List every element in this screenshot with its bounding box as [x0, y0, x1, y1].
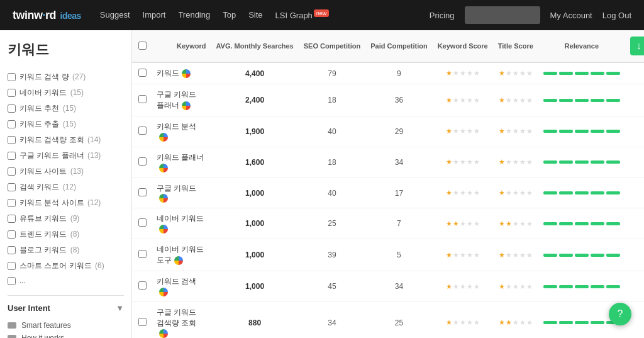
th-keyword: Keyword [152, 30, 211, 62]
sidebar-item-13[interactable]: ... [8, 274, 124, 288]
bar-seg-3 [591, 254, 604, 257]
row-checkbox-4[interactable] [138, 188, 147, 196]
title-score-cell: ★★★★★ [493, 177, 538, 208]
monthly-searches-cell: 1,000 [211, 239, 298, 271]
star-4: ★ [526, 189, 533, 197]
star-3: ★ [519, 318, 526, 327]
sidebar-label-6: 키워드 사이트 (13) [19, 166, 84, 177]
row-checkbox-7[interactable] [138, 281, 147, 290]
header-search-input[interactable] [465, 6, 540, 24]
sidebar-checkbox-4[interactable] [8, 136, 16, 144]
sidebar-item-5[interactable]: 구글 키워드 플래너 (13) [8, 148, 124, 164]
sidebar-checkbox-10[interactable] [8, 230, 16, 239]
star-2: ★ [460, 96, 466, 104]
row-checkbox-cell [132, 84, 152, 116]
sidebar-checkbox-3[interactable] [8, 120, 16, 128]
sidebar-item-11[interactable]: 블로그 키워드 (8) [8, 242, 124, 258]
bar-seg-4 [606, 222, 620, 225]
sidebar-item-10[interactable]: 트렌드 키워드 (8) [8, 227, 124, 242]
row-checkbox-cell [132, 116, 152, 147]
user-intent-label: User Intent [8, 303, 50, 313]
star-4: ★ [526, 283, 533, 291]
bar-seg-0 [543, 99, 557, 102]
keyword-score-cell: ★★★★★ [433, 177, 493, 208]
sidebar-checkbox-9[interactable] [8, 215, 16, 223]
header: twinw·rd ideas Suggest Import Trending T… [0, 0, 644, 30]
relevance-bar [543, 321, 620, 324]
star-2: ★ [460, 158, 466, 166]
row-checkbox-6[interactable] [138, 250, 147, 258]
nav-top[interactable]: Top [223, 10, 236, 20]
sidebar-item-6[interactable]: 키워드 사이트 (13) [8, 164, 124, 179]
user-intent-smart-features[interactable]: Smart features [8, 319, 124, 332]
star-0: ★ [499, 283, 505, 291]
star-3: ★ [519, 220, 526, 228]
user-intent-chevron-icon[interactable]: ▼ [116, 303, 124, 313]
star-2: ★ [513, 158, 519, 166]
select-all-checkbox[interactable] [138, 42, 147, 50]
sidebar-item-0[interactable]: 키워드 검색 량 (27) [8, 69, 124, 85]
download-button[interactable]: ↓ [630, 37, 644, 55]
logo-ideas: ideas [60, 11, 81, 21]
sidebar-checkbox-6[interactable] [8, 167, 16, 176]
bar-seg-4 [606, 161, 620, 164]
logout-link[interactable]: Log Out [602, 11, 631, 20]
logo: twinw·rd ideas [13, 9, 81, 22]
bar-seg-3 [591, 321, 604, 324]
sidebar-item-2[interactable]: 키워드 추천 (15) [8, 101, 124, 116]
sidebar-item-7[interactable]: 검색 키워드 (12) [8, 179, 124, 195]
star-0: ★ [499, 318, 505, 327]
user-intent-how-it-works[interactable]: How it works [8, 332, 124, 338]
sidebar-checkbox-7[interactable] [8, 183, 16, 191]
star-1: ★ [506, 189, 512, 197]
row-checkbox-8[interactable] [138, 318, 147, 326]
nav-site[interactable]: Site [248, 10, 262, 20]
sidebar-checkbox-13[interactable] [8, 277, 16, 285]
stars: ★★★★★ [438, 283, 488, 291]
star-2: ★ [513, 127, 519, 135]
star-3: ★ [467, 189, 473, 197]
row-checkbox-1[interactable] [138, 95, 147, 103]
support-fab[interactable]: ? [609, 303, 631, 325]
keyword-cell: 키워드 검색 [152, 271, 211, 302]
row-checkbox-cell [132, 62, 152, 84]
sidebar-checkbox-0[interactable] [8, 73, 16, 81]
bar-seg-4 [606, 130, 620, 133]
sidebar-checkbox-11[interactable] [8, 246, 16, 254]
seo-competition-cell: 45 [299, 271, 365, 302]
sidebar-item-8[interactable]: 키워드 분석 사이트 (12) [8, 195, 124, 211]
seo-competition-cell: 34 [299, 302, 365, 338]
paid-competition-cell: 29 [365, 116, 432, 147]
star-4: ★ [474, 127, 480, 135]
star-1: ★ [453, 283, 459, 291]
sidebar-checkbox-12[interactable] [8, 262, 16, 270]
stars: ★★★★★ [438, 69, 488, 77]
nav-import[interactable]: Import [143, 10, 166, 20]
row-checkbox-0[interactable] [138, 69, 147, 77]
sidebar-item-1[interactable]: 네이버 키워드 (15) [8, 85, 124, 101]
nav-lsi-graph[interactable]: LSI Graphnew [275, 10, 330, 20]
nav-trending[interactable]: Trending [178, 10, 210, 20]
stars: ★★★★★ [438, 220, 488, 228]
sidebar-item-12[interactable]: 스마트 스토어 키워드 (6) [8, 258, 124, 274]
sidebar-checkbox-5[interactable] [8, 152, 16, 160]
bar-seg-3 [591, 191, 604, 194]
row-checkbox-3[interactable] [138, 157, 147, 166]
star-4: ★ [474, 220, 480, 228]
sidebar-checkbox-8[interactable] [8, 199, 16, 207]
sidebar-item-3[interactable]: 키워드 추출 (15) [8, 116, 124, 132]
sidebar-item-9[interactable]: 유튜브 키워드 (9) [8, 211, 124, 227]
sidebar-item-4[interactable]: 키워드 검색량 조회 (14) [8, 132, 124, 148]
sidebar-checkbox-1[interactable] [8, 89, 16, 97]
table-row: 구글 키워드 검색량 조회 880 34 25 ★★★★★ ★★★★★ [132, 302, 644, 338]
bar-seg-2 [575, 285, 589, 288]
nav-suggest[interactable]: Suggest [100, 10, 130, 20]
pricing-link[interactable]: Pricing [430, 11, 455, 20]
my-account-link[interactable]: My Account [550, 11, 592, 20]
row-checkbox-2[interactable] [138, 127, 147, 135]
seo-competition-cell: 25 [299, 208, 365, 239]
sidebar-checkbox-2[interactable] [8, 104, 16, 113]
row-checkbox-5[interactable] [138, 218, 147, 227]
title-score-cell: ★★★★★ [493, 208, 538, 239]
star-1: ★ [453, 189, 459, 197]
